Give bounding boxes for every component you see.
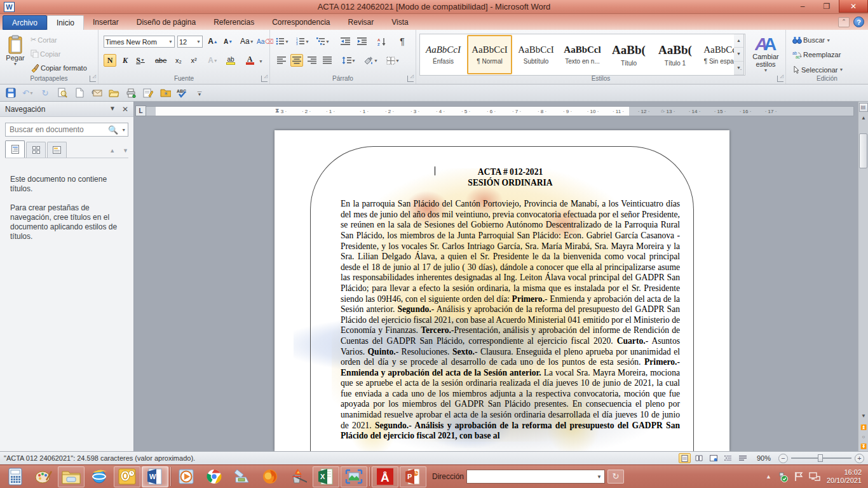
taskbar-clock[interactable]: 16:02 20/10/2021 [827, 468, 862, 485]
taskbar-scanner[interactable] [229, 466, 255, 487]
borders-button[interactable]: ▼ [386, 54, 400, 67]
close-button[interactable]: ✕ [839, 0, 868, 13]
usb-device-icon[interactable] [777, 471, 788, 482]
format-painter-button[interactable]: Copiar formato [31, 64, 87, 72]
text-effects-button[interactable]: A▼ [207, 54, 219, 67]
taskbar-nero[interactable] [285, 466, 311, 487]
search-input[interactable] [10, 125, 108, 134]
superscript-button[interactable]: x² [187, 54, 200, 67]
taskbar-file-explorer[interactable] [58, 466, 85, 487]
previous-heading-icon[interactable]: ▲ [109, 147, 115, 154]
highlight-color-button[interactable]: ab [224, 54, 237, 67]
character-count-status[interactable]: "ACTA 012 24062021": 24.598 caracteres (… [4, 454, 195, 462]
print-preview-button[interactable] [57, 87, 68, 98]
tab-archivo[interactable]: Archivo [3, 15, 47, 30]
bold-button[interactable]: N [104, 54, 116, 67]
taskbar-powerpoint[interactable]: P [400, 466, 426, 487]
next-heading-icon[interactable]: ▼ [123, 147, 128, 154]
address-input[interactable] [467, 471, 594, 482]
replace-button[interactable]: abac Reemplazar [792, 51, 841, 58]
styles-gallery-expand-icon[interactable]: ▼̱ [734, 62, 743, 75]
select-browse-object-icon[interactable]: ○ [858, 432, 868, 442]
bullets-button[interactable]: ▼ [275, 35, 290, 48]
new-document-button[interactable] [74, 87, 85, 98]
zoom-level[interactable]: 90% [757, 454, 771, 462]
right-indent-marker[interactable]: ⌂ [661, 108, 664, 114]
fullscreen-reading-view-button[interactable] [693, 453, 705, 463]
address-combobox[interactable]: ▼ [466, 470, 605, 484]
tab-revisar[interactable]: Revisar [339, 15, 383, 30]
clipboard-dialog-launcher[interactable] [90, 76, 96, 82]
style-item-0[interactable]: AaBbCcIÉnfasis [421, 35, 466, 74]
tab-correspondencia[interactable]: Correspondencia [263, 15, 339, 30]
toolbar-options-icon[interactable]: —▼ [194, 87, 205, 98]
horizontal-ruler[interactable]: · 3 ·· 2 ·· 1 ·· 1 ·· 2 ·· 3 ·· 4 ·· 5 ·… [142, 106, 854, 116]
search-icon[interactable]: 🔍 [108, 125, 118, 135]
zoom-slider[interactable] [791, 458, 851, 459]
sort-button[interactable]: AZ [376, 35, 388, 48]
attach-envelope-button[interactable] [91, 87, 102, 98]
styles-scroll-up-icon[interactable]: ▲ [734, 34, 743, 48]
tab-diseno-de-pagina[interactable]: Diseño de página [128, 15, 205, 30]
next-page-icon[interactable]: ⏬ [858, 442, 868, 451]
redo-button[interactable]: ↻ [39, 87, 51, 98]
zoom-in-icon[interactable]: + [855, 454, 864, 463]
indent-marker[interactable]: ⧗ [275, 107, 279, 114]
align-left-button[interactable] [275, 54, 288, 67]
vertical-scrollbar[interactable]: ▤ ▲ ▼ ⏫ ○ ⏬ [858, 102, 868, 451]
line-spacing-button[interactable]: ▼ [341, 54, 356, 67]
taskbar-media-player[interactable] [173, 466, 200, 487]
styles-dialog-launcher[interactable] [777, 76, 783, 82]
numbering-button[interactable]: 123▼ [295, 35, 310, 48]
show-hidden-icons-icon[interactable]: ▲ [766, 473, 771, 480]
style-item-5[interactable]: AaBb(Título 1 [653, 35, 698, 74]
decrease-indent-button[interactable] [339, 35, 351, 48]
edit-document-button[interactable] [142, 87, 154, 98]
italic-button[interactable]: K [119, 54, 132, 67]
grow-font-button[interactable]: A▲ [207, 35, 219, 48]
align-right-button[interactable] [306, 54, 318, 67]
styles-scroll-down-icon[interactable]: ▼ [734, 48, 743, 61]
taskbar-word[interactable]: W [142, 466, 168, 487]
document-search-box[interactable]: 🔍 ▼ [5, 123, 128, 137]
search-options-arrow[interactable]: ▼ [121, 128, 126, 132]
restore-button[interactable]: ❐ [815, 0, 839, 13]
strikethrough-button[interactable]: abe [154, 54, 167, 67]
save-button[interactable] [5, 87, 17, 98]
font-color-button[interactable]: A [243, 54, 256, 67]
zoom-out-icon[interactable]: − [778, 454, 788, 463]
taskbar-snipping-tool[interactable] [341, 466, 367, 487]
zoom-slider-thumb[interactable] [818, 454, 823, 462]
tab-inicio[interactable]: Inicio [47, 15, 84, 30]
undo-button[interactable]: ↶▼ [22, 87, 34, 98]
change-styles-button[interactable]: AA Cambiar estilos ▼ [748, 34, 783, 72]
increase-indent-button[interactable] [355, 35, 368, 48]
paste-dropdown-arrow[interactable]: ▼ [13, 62, 18, 66]
show-paragraph-marks-button[interactable]: ¶ [396, 35, 409, 48]
outline-view-button[interactable] [722, 453, 735, 463]
tab-stop-selector[interactable]: L [135, 105, 146, 116]
previous-page-icon[interactable]: ⏫ [858, 423, 868, 432]
network-icon[interactable] [809, 471, 821, 481]
navigation-pane-menu-icon[interactable]: ▼ [109, 105, 116, 114]
minimize-button[interactable]: – [790, 0, 815, 13]
ruler-toggle-icon[interactable]: ▤ [859, 103, 868, 112]
style-item-2[interactable]: AaBbCcISubtítulo [513, 35, 559, 74]
underline-button[interactable]: S▼ [134, 54, 147, 67]
paste-button[interactable]: Pegar ▼ [4, 35, 27, 66]
browse-results-tab[interactable] [47, 142, 67, 158]
tab-insertar[interactable]: Insertar [84, 15, 128, 30]
taskbar-firefox[interactable] [257, 466, 283, 487]
style-item-4[interactable]: AaBb(Título [606, 35, 651, 74]
print-layout-view-button[interactable] [679, 453, 691, 463]
taskbar-paint[interactable] [30, 466, 57, 487]
multilevel-list-button[interactable]: ▼ [316, 35, 330, 48]
font-name-combobox[interactable]: Times New Rom▼ [104, 36, 175, 48]
taskbar-calculator[interactable] [2, 466, 29, 487]
taskbar-internet-explorer[interactable] [86, 466, 112, 487]
address-dropdown-icon[interactable]: ▼ [594, 474, 604, 480]
subscript-button[interactable]: x₂ [172, 54, 185, 67]
shrink-font-button[interactable]: A▼ [222, 35, 234, 48]
browse-pages-tab[interactable] [26, 142, 46, 158]
navigation-pane-close-icon[interactable]: ✕ [122, 105, 128, 114]
